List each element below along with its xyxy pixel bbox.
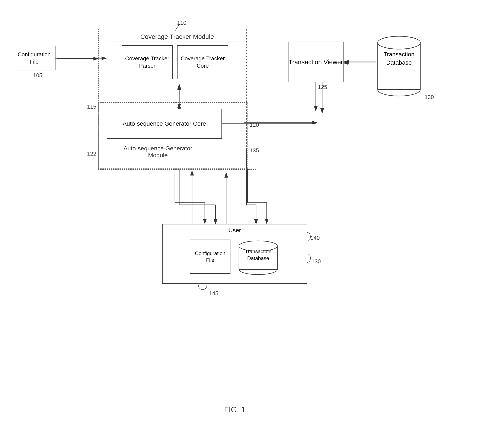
auto-sequence-module-label: Auto-sequence GeneratorModule [105, 145, 211, 159]
ref-125: 125 [318, 84, 327, 91]
ref-130-top: 130 [425, 94, 434, 100]
user-box: User Configuration File Transaction Data… [162, 224, 307, 284]
figure-label: FIG. 1 [213, 405, 256, 414]
coverage-tracker-module-label: Coverage Tracker Module [120, 33, 235, 40]
ref-105: 105 [33, 72, 42, 79]
ref-135: 135 [250, 147, 259, 154]
svg-line-15 [175, 25, 179, 31]
auto-sequence-core: Auto-sequence Generator Core [107, 109, 222, 139]
transaction-viewer: Transaction Viewer [288, 42, 344, 82]
ref-122: 122 [87, 150, 96, 157]
user-config-file: Configuration File [190, 240, 230, 274]
coverage-tracker-core: Coverage Tracker Core [177, 45, 228, 79]
coverage-tracker-inner: Coverage Tracker Parser Coverage Tracker… [107, 42, 243, 84]
diagram: Configuration File 105 110 Coverage Trac… [0, 0, 479, 448]
ref-115: 115 [87, 104, 96, 110]
config-file-top: Configuration File [13, 46, 55, 70]
svg-point-18 [378, 36, 420, 49]
transaction-database-top: Transaction Database [376, 31, 422, 98]
coverage-tracker-parser: Coverage Tracker Parser [122, 45, 173, 79]
ref-120: 120 [250, 122, 259, 128]
